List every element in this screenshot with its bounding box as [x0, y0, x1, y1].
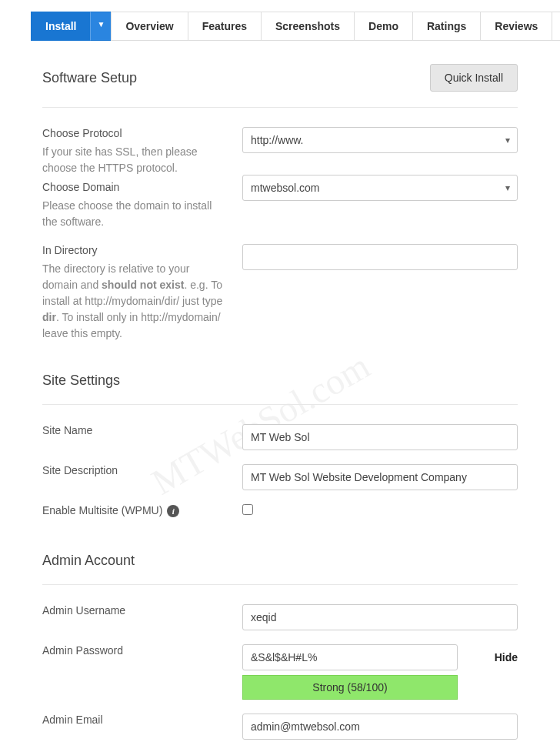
admin-email-label: Admin Email: [42, 714, 227, 726]
hide-password-link[interactable]: Hide: [495, 651, 518, 663]
domain-label: Choose Domain: [42, 181, 227, 193]
admin-username-input[interactable]: [242, 604, 518, 630]
tab-import[interactable]: Import: [552, 12, 560, 41]
section-admin-account-title: Admin Account: [42, 553, 518, 585]
protocol-help: If your site has SSL, then please choose…: [42, 144, 227, 176]
directory-help: The directory is relative to your domain…: [42, 261, 227, 342]
site-name-label: Site Name: [42, 424, 227, 436]
site-name-input[interactable]: [242, 424, 518, 450]
section-site-settings-title: Site Settings: [42, 373, 518, 405]
protocol-select[interactable]: http://www.: [242, 127, 518, 153]
info-icon[interactable]: i: [167, 505, 179, 517]
quick-install-button[interactable]: Quick Install: [430, 64, 518, 92]
section-software-setup-title: Software Setup: [42, 70, 137, 86]
multisite-checkbox[interactable]: [242, 504, 253, 515]
admin-username-label: Admin Username: [42, 604, 227, 617]
tab-reviews[interactable]: Reviews: [480, 12, 552, 41]
admin-password-input[interactable]: [242, 644, 458, 670]
site-desc-label: Site Description: [42, 464, 227, 476]
domain-help: Please choose the domain to install the …: [42, 198, 227, 230]
site-desc-input[interactable]: [242, 464, 518, 490]
tab-screenshots[interactable]: Screenshots: [261, 12, 354, 41]
tabs-nav: Install ▼ Overview Features Screenshots …: [31, 12, 560, 41]
tab-overview[interactable]: Overview: [111, 12, 187, 41]
domain-select[interactable]: mtwebsol.com: [242, 175, 518, 201]
password-strength-badge: Strong (58/100): [242, 675, 458, 700]
admin-email-input[interactable]: [242, 714, 518, 740]
directory-label: In Directory: [42, 244, 227, 256]
directory-input[interactable]: [242, 244, 518, 270]
protocol-label: Choose Protocol: [42, 127, 227, 139]
tab-install-dropdown[interactable]: ▼: [90, 12, 111, 41]
tab-demo[interactable]: Demo: [354, 12, 412, 41]
admin-password-label: Admin Password: [42, 644, 227, 657]
tab-install[interactable]: Install: [31, 12, 90, 41]
multisite-label: Enable Multisite (WPMU) i: [42, 504, 227, 517]
tab-features[interactable]: Features: [188, 12, 261, 41]
tab-ratings[interactable]: Ratings: [412, 12, 480, 41]
